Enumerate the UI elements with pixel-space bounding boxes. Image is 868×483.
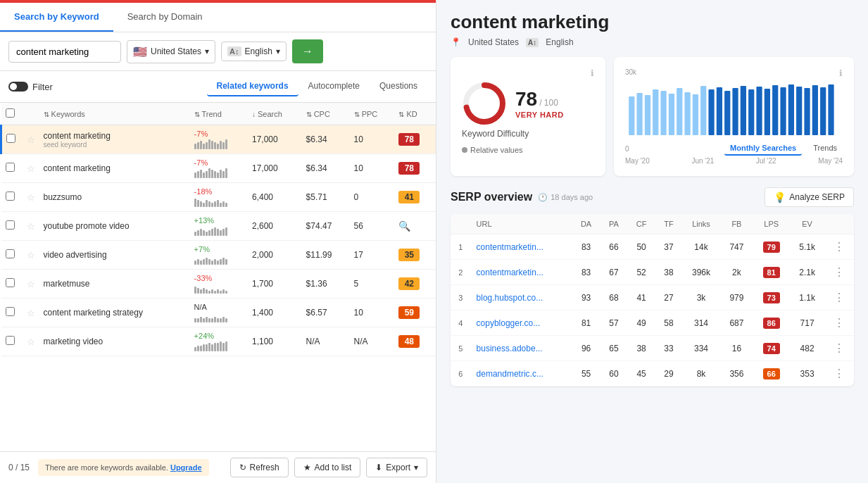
star-icon[interactable]: ☆: [27, 308, 35, 318]
tab-monthly-searches[interactable]: Monthly Searches: [724, 142, 802, 156]
star-icon[interactable]: ☆: [27, 192, 35, 203]
export-button[interactable]: ⬇ Export ▾: [366, 458, 427, 477]
serp-cf: 49: [627, 310, 655, 336]
cards-row: ℹ 78 / 100 VERY HARD Keyword Diff: [451, 57, 854, 176]
difficulty-inner: 78 / 100 VERY HARD: [462, 81, 594, 126]
svg-rect-15: [732, 88, 738, 135]
serp-url[interactable]: demandmetric.c...: [477, 369, 543, 379]
row-checkbox[interactable]: [6, 163, 15, 172]
serp-url[interactable]: blog.hubspot.co...: [477, 293, 543, 303]
col-cpc[interactable]: ⇅ CPC: [302, 103, 350, 125]
difficulty-info-icon[interactable]: ℹ: [591, 68, 594, 78]
col-links[interactable]: Links: [682, 214, 720, 234]
tab-autocomplete[interactable]: Autocomplete: [298, 77, 370, 96]
keyword-count: 0 / 15: [8, 463, 30, 472]
serp-row-more[interactable]: ⋮: [834, 241, 845, 253]
serp-lps: 66: [753, 361, 790, 387]
col-ppc[interactable]: ⇅ PPC: [350, 103, 395, 125]
row-checkbox[interactable]: [6, 336, 15, 345]
serp-url[interactable]: contentmarketin...: [477, 242, 543, 252]
go-button[interactable]: →: [292, 39, 323, 63]
serp-pa: 60: [600, 361, 628, 387]
serp-tf: 58: [655, 310, 682, 336]
serp-row-more[interactable]: ⋮: [834, 317, 845, 329]
serp-da: 93: [572, 285, 600, 310]
tab-questions[interactable]: Questions: [370, 77, 427, 96]
tab-search-domain[interactable]: Search by Domain: [113, 3, 217, 32]
tab-search-keyword[interactable]: Search by Keyword: [0, 3, 113, 32]
serp-cf: 41: [627, 285, 655, 310]
language-select[interactable]: A↕ English ▾: [221, 42, 287, 61]
serp-fb: 2k: [720, 260, 753, 285]
col-search[interactable]: ↓ Search: [248, 103, 302, 125]
serp-url[interactable]: copyblogger.co...: [477, 318, 541, 328]
svg-rect-4: [645, 95, 650, 135]
difficulty-score: 78: [515, 88, 537, 111]
refresh-label: Refresh: [250, 463, 279, 472]
select-all-checkbox[interactable]: [6, 108, 15, 118]
add-to-list-button[interactable]: ★ Add to list: [294, 458, 361, 477]
search-input[interactable]: [8, 41, 121, 63]
row-checkbox[interactable]: [6, 307, 15, 316]
upgrade-link[interactable]: Upgrade: [170, 463, 202, 472]
col-lps[interactable]: LPS: [753, 214, 790, 234]
col-ev[interactable]: EV: [790, 214, 825, 234]
tab-trends[interactable]: Trends: [807, 142, 843, 156]
analyze-serp-button[interactable]: 💡 Analyze SERP: [765, 187, 854, 207]
star-icon[interactable]: ☆: [27, 337, 35, 347]
row-checkbox[interactable]: [6, 278, 15, 287]
serp-table-row: 4 copyblogger.co... 81 57 49 58 314 687 …: [451, 310, 854, 336]
serp-tf: 38: [655, 260, 682, 285]
filter-label[interactable]: Filter: [32, 82, 53, 92]
row-checkbox[interactable]: [6, 192, 15, 201]
tab-related-keywords[interactable]: Related keywords: [207, 77, 298, 96]
serp-row-more[interactable]: ⋮: [834, 291, 845, 303]
row-checkbox[interactable]: [6, 249, 15, 258]
col-kd[interactable]: ⇅ KD: [394, 103, 436, 125]
col-pa[interactable]: PA: [600, 214, 628, 234]
serp-url[interactable]: contentmarketin...: [477, 268, 543, 277]
row-checkbox[interactable]: [6, 220, 15, 230]
serp-row-more[interactable]: ⋮: [834, 266, 845, 278]
serp-pa: 66: [600, 234, 628, 260]
svg-rect-17: [748, 89, 754, 135]
serp-pa: 65: [600, 336, 628, 361]
star-icon[interactable]: ☆: [27, 279, 35, 289]
star-icon[interactable]: ☆: [27, 163, 35, 174]
difficulty-title: Keyword Difficulty: [462, 129, 594, 139]
country-select[interactable]: 🇺🇸 United States ▾: [127, 40, 215, 63]
search-icon[interactable]: 🔍: [398, 220, 410, 232]
svg-rect-6: [660, 91, 666, 135]
col-url[interactable]: URL: [471, 214, 572, 234]
serp-lps: 86: [753, 310, 790, 336]
serp-row-more[interactable]: ⋮: [834, 342, 845, 354]
export-label: Export: [386, 463, 410, 472]
col-da[interactable]: DA: [572, 214, 600, 234]
col-tf[interactable]: TF: [655, 214, 682, 234]
row-checkbox[interactable]: [6, 134, 15, 143]
col-keywords[interactable]: ⇅ Keywords: [39, 103, 190, 125]
star-icon[interactable]: ☆: [27, 250, 35, 261]
svg-rect-2: [629, 96, 634, 135]
difficulty-denom: / 100: [539, 98, 558, 108]
keyword-table: ⇅ Keywords ⇅ Trend ↓ Search ⇅ CPC ⇅ PPC …: [0, 103, 436, 451]
serp-rank: 2: [451, 260, 471, 285]
ppc-value: 0: [350, 183, 395, 212]
col-trend[interactable]: ⇅ Trend: [190, 103, 248, 125]
refresh-button[interactable]: ↻ Refresh: [230, 458, 289, 477]
col-expand: [451, 214, 471, 234]
col-fb[interactable]: FB: [720, 214, 753, 234]
serp-url[interactable]: business.adobe...: [477, 344, 543, 353]
star-icon[interactable]: ☆: [27, 134, 35, 145]
chevron-down-icon: ▾: [276, 46, 280, 56]
left-panel: Search by Keyword Search by Domain 🇺🇸 Un…: [0, 0, 436, 483]
svg-rect-10: [693, 94, 698, 135]
serp-row-more[interactable]: ⋮: [834, 368, 845, 380]
trend-info-icon[interactable]: ℹ: [839, 68, 843, 78]
lps-badge: 79: [763, 242, 780, 253]
ppc-value: N/A: [350, 327, 395, 356]
serp-pa: 67: [600, 260, 628, 285]
filter-toggle-switch[interactable]: [8, 82, 28, 92]
col-cf[interactable]: CF: [627, 214, 655, 234]
star-icon[interactable]: ☆: [27, 221, 35, 232]
